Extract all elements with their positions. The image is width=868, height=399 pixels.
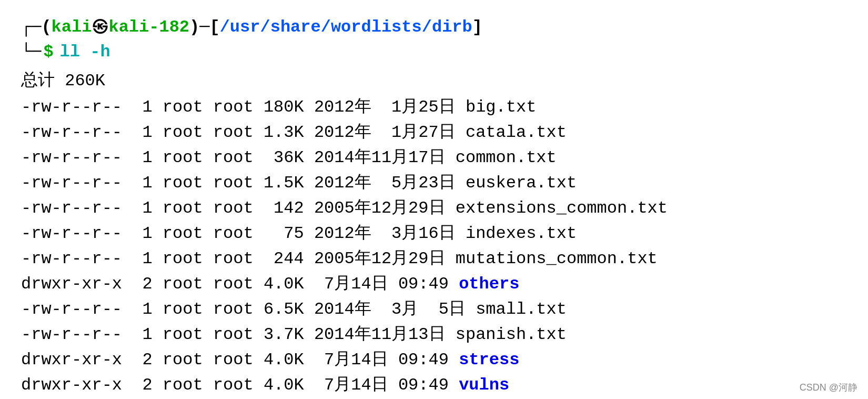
file-entry: -rw-r--r-- 1 root root 1.5K 2012年 5月23日 … [21, 171, 847, 196]
file-name: spanish.txt [456, 325, 567, 344]
file-name: indexes.txt [466, 224, 577, 243]
file-name: stress [459, 350, 519, 370]
prompt-corner: ┌─ [21, 16, 41, 39]
file-entry: -rw-r--r-- 1 root root 244 2005年12月29日 m… [21, 246, 847, 272]
file-entry: -rw-r--r-- 1 root root 142 2005年12月29日 e… [21, 196, 847, 221]
prompt-second-prefix: └─ [21, 41, 41, 64]
prompt-path-open: [ [209, 16, 219, 39]
file-name: mutations_common.txt [456, 249, 658, 268]
prompt-at: ㉿ [92, 16, 108, 39]
file-entry: -rw-r--r-- 1 root root 180K 2012年 1月25日 … [21, 95, 847, 120]
file-name: catala.txt [466, 123, 567, 142]
file-entry: drwxr-xr-x 2 root root 4.0K 7月14日 09:49 … [21, 373, 847, 398]
file-entry: -rw-r--r-- 1 root root 36K 2014年11月17日 c… [21, 145, 847, 171]
file-name: vulns [459, 375, 509, 395]
prompt-command: ll -h [60, 41, 110, 64]
prompt-dollar: $ [43, 41, 53, 64]
file-name: common.txt [456, 148, 557, 167]
prompt-host: kali-182 [108, 16, 189, 39]
file-entry: -rw-r--r-- 1 root root 6.5K 2014年 3月 5日 … [21, 297, 847, 322]
prompt-line-2: └─$ll -h [21, 41, 847, 64]
file-list: -rw-r--r-- 1 root root 180K 2012年 1月25日 … [21, 95, 847, 398]
file-name: euskera.txt [466, 173, 577, 193]
file-entry: -rw-r--r-- 1 root root 1.3K 2012年 1月27日 … [21, 120, 847, 145]
watermark: CSDN @河静 [800, 381, 857, 394]
file-name: big.txt [466, 97, 536, 117]
prompt-path-close: ] [472, 16, 482, 39]
prompt-line-1: ┌─(kali㉿kali-182)─[/usr/share/wordlists/… [21, 16, 847, 39]
prompt-open-paren: ( [41, 16, 51, 39]
terminal: ┌─(kali㉿kali-182)─[/usr/share/wordlists/… [21, 16, 847, 398]
prompt-path: /usr/share/wordlists/dirb [220, 16, 472, 39]
prompt-close-paren: ) [189, 16, 199, 39]
file-entry: drwxr-xr-x 2 root root 4.0K 7月14日 09:49 … [21, 272, 847, 297]
file-entry: drwxr-xr-x 2 root root 4.0K 7月14日 09:49 … [21, 347, 847, 373]
total-line: 总计 260K [21, 68, 847, 94]
file-name: extensions_common.txt [456, 198, 668, 218]
prompt-dash: ─ [199, 16, 209, 39]
file-name: small.txt [476, 300, 567, 319]
prompt-user: kali [52, 16, 92, 39]
file-entry: -rw-r--r-- 1 root root 3.7K 2014年11月13日 … [21, 322, 847, 347]
file-name: others [459, 274, 519, 294]
file-entry: -rw-r--r-- 1 root root 75 2012年 3月16日 in… [21, 221, 847, 246]
